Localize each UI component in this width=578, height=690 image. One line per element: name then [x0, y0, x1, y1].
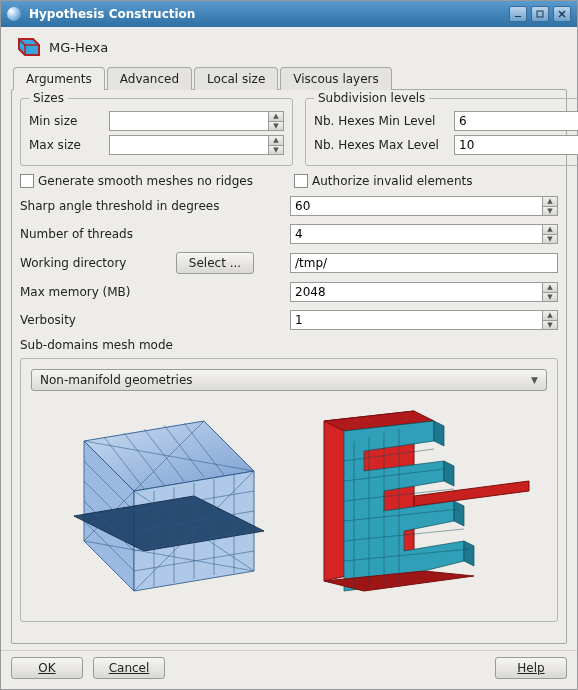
tab-bar: Arguments Advanced Local size Viscous la… — [11, 66, 567, 90]
close-button[interactable] — [553, 6, 571, 22]
hypothesis-name: MG-Hexa — [49, 40, 108, 55]
window-title: Hypothesis Construction — [29, 7, 195, 21]
spin-up-icon[interactable]: ▲ — [543, 225, 557, 235]
subdomains-mode-combo[interactable]: Non-manifold geometries ▼ — [31, 369, 547, 391]
svg-marker-40 — [444, 461, 454, 486]
subdomains-group: Non-manifold geometries ▼ — [20, 358, 558, 622]
dialog-button-bar: OK Cancel Help — [1, 650, 577, 689]
spin-up-icon[interactable]: ▲ — [269, 112, 283, 122]
threads-input[interactable] — [290, 224, 542, 244]
svg-rect-1 — [537, 11, 543, 17]
spin-up-icon[interactable]: ▲ — [269, 136, 283, 146]
tab-pane-arguments: Sizes Min size ▲▼ Max size ▲▼ — [11, 89, 567, 644]
sharp-angle-input[interactable] — [290, 196, 542, 216]
spin-down-icon[interactable]: ▼ — [269, 122, 283, 131]
tab-local-size[interactable]: Local size — [194, 67, 278, 90]
hex-max-label: Nb. Hexes Max Level — [314, 138, 444, 152]
hex-min-input[interactable] — [454, 111, 578, 131]
threads-spinbox[interactable]: ▲▼ — [290, 224, 558, 244]
content-area: MG-Hexa Arguments Advanced Local size Vi… — [1, 27, 577, 650]
window-root: Hypothesis Construction MG-Hexa Argument… — [0, 0, 578, 690]
svg-marker-43 — [414, 481, 529, 506]
preview-nonmanifold-cube — [44, 401, 274, 601]
select-workdir-button[interactable]: Select ... — [176, 252, 254, 274]
group-sizes: Sizes Min size ▲▼ Max size ▲▼ — [20, 98, 293, 166]
sharp-angle-label: Sharp angle threshold in degrees — [20, 199, 280, 213]
maxmem-input[interactable] — [290, 282, 542, 302]
hex-min-label: Nb. Hexes Min Level — [314, 114, 444, 128]
max-size-spinbox[interactable]: ▲▼ — [109, 135, 284, 155]
tab-advanced[interactable]: Advanced — [107, 67, 192, 90]
spin-down-icon[interactable]: ▼ — [543, 293, 557, 302]
verbosity-spinbox[interactable]: ▲▼ — [290, 310, 558, 330]
sharp-angle-spinbox[interactable]: ▲▼ — [290, 196, 558, 216]
ok-button[interactable]: OK — [11, 657, 83, 679]
spin-down-icon[interactable]: ▼ — [543, 235, 557, 244]
maxmem-spinbox[interactable]: ▲▼ — [290, 282, 558, 302]
spin-up-icon[interactable]: ▲ — [543, 311, 557, 321]
threads-label: Number of threads — [20, 227, 280, 241]
workdir-label: Working directory — [20, 256, 140, 270]
workdir-input[interactable] — [290, 253, 558, 273]
hex-max-spinbox[interactable]: ▲▼ — [454, 135, 578, 155]
min-size-label: Min size — [29, 114, 99, 128]
group-sizes-legend: Sizes — [29, 91, 68, 105]
minimize-button[interactable] — [509, 6, 527, 22]
help-button[interactable]: Help — [495, 657, 567, 679]
max-size-input[interactable] — [109, 135, 268, 155]
min-size-input[interactable] — [109, 111, 268, 131]
svg-marker-41 — [454, 501, 464, 526]
spin-up-icon[interactable]: ▲ — [543, 283, 557, 293]
group-subdivision: Subdivision levels Nb. Hexes Min Level ▲… — [305, 98, 578, 166]
hex-max-input[interactable] — [454, 135, 578, 155]
authorize-invalid-label: Authorize invalid elements — [312, 174, 472, 188]
maxmem-label: Max memory (MB) — [20, 285, 280, 299]
maximize-icon — [536, 10, 544, 18]
spin-up-icon[interactable]: ▲ — [543, 197, 557, 207]
tab-arguments[interactable]: Arguments — [13, 67, 105, 90]
min-size-spinbox[interactable]: ▲▼ — [109, 111, 284, 131]
group-subdivision-legend: Subdivision levels — [314, 91, 429, 105]
subdomains-mode-value: Non-manifold geometries — [40, 373, 531, 387]
tab-viscous-layers[interactable]: Viscous layers — [280, 67, 392, 90]
hypothesis-header: MG-Hexa — [11, 33, 567, 65]
max-size-label: Max size — [29, 138, 99, 152]
svg-marker-42 — [464, 541, 474, 566]
generate-smooth-label: Generate smooth meshes no ridges — [38, 174, 253, 188]
verbosity-label: Verbosity — [20, 313, 280, 327]
hex-min-spinbox[interactable]: ▲▼ — [454, 111, 578, 131]
preview-staircase-hex — [294, 401, 534, 601]
generate-smooth-checkbox[interactable] — [20, 174, 34, 188]
svg-marker-39 — [434, 421, 444, 446]
chevron-down-icon: ▼ — [531, 375, 538, 385]
minimize-icon — [514, 10, 522, 18]
subdomains-legend: Sub-domains mesh mode — [20, 338, 558, 352]
svg-rect-0 — [515, 16, 521, 17]
verbosity-input[interactable] — [290, 310, 542, 330]
titlebar: Hypothesis Construction — [1, 1, 577, 27]
app-icon — [7, 7, 21, 21]
spin-down-icon[interactable]: ▼ — [543, 321, 557, 330]
mesh-previews — [31, 391, 547, 611]
spin-down-icon[interactable]: ▼ — [269, 146, 283, 155]
authorize-invalid-checkbox[interactable] — [294, 174, 308, 188]
maximize-button[interactable] — [531, 6, 549, 22]
mg-hexa-icon — [13, 35, 41, 59]
close-icon — [558, 10, 566, 18]
spin-down-icon[interactable]: ▼ — [543, 207, 557, 216]
cancel-button[interactable]: Cancel — [93, 657, 165, 679]
